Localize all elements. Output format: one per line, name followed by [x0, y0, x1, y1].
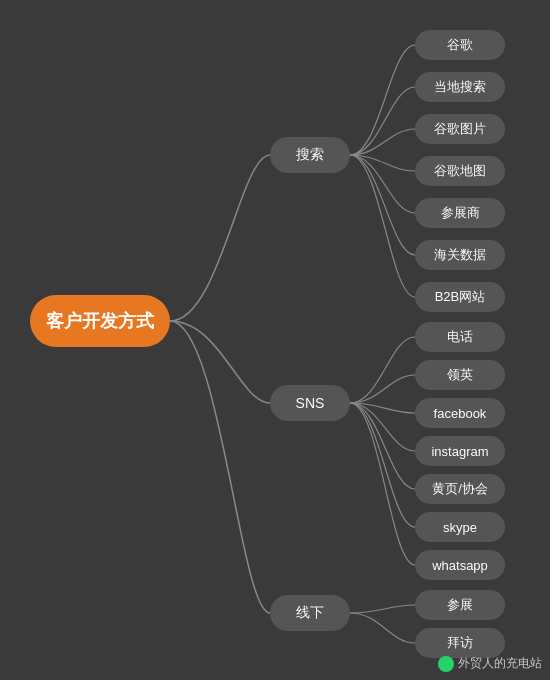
- watermark-icon: [438, 656, 454, 672]
- leaf-search-6: 海关数据: [415, 240, 505, 270]
- leaf-sns-2: 领英: [415, 360, 505, 390]
- leaf-search-4: 谷歌地图: [415, 156, 505, 186]
- branch-sns: SNS: [270, 385, 350, 421]
- leaf-search-2: 当地搜索: [415, 72, 505, 102]
- leaf-search-5: 参展商: [415, 198, 505, 228]
- leaf-search-7: B2B网站: [415, 282, 505, 312]
- watermark: 外贸人的充电站: [438, 655, 542, 672]
- leaf-sns-1: 电话: [415, 322, 505, 352]
- leaf-sns-4: instagram: [415, 436, 505, 466]
- branch-search: 搜索: [270, 137, 350, 173]
- leaf-offline-2: 拜访: [415, 628, 505, 658]
- leaf-search-3: 谷歌图片: [415, 114, 505, 144]
- branch-offline: 线下: [270, 595, 350, 631]
- leaf-sns-3: facebook: [415, 398, 505, 428]
- leaf-offline-1: 参展: [415, 590, 505, 620]
- mind-map: 客户开发方式 搜索 SNS 线下 谷歌 当地搜索 谷歌图片 谷歌地图 参展商 海…: [0, 0, 550, 680]
- root-node: 客户开发方式: [30, 295, 170, 347]
- leaf-sns-6: skype: [415, 512, 505, 542]
- leaf-search-1: 谷歌: [415, 30, 505, 60]
- leaf-sns-7: whatsapp: [415, 550, 505, 580]
- leaf-sns-5: 黄页/协会: [415, 474, 505, 504]
